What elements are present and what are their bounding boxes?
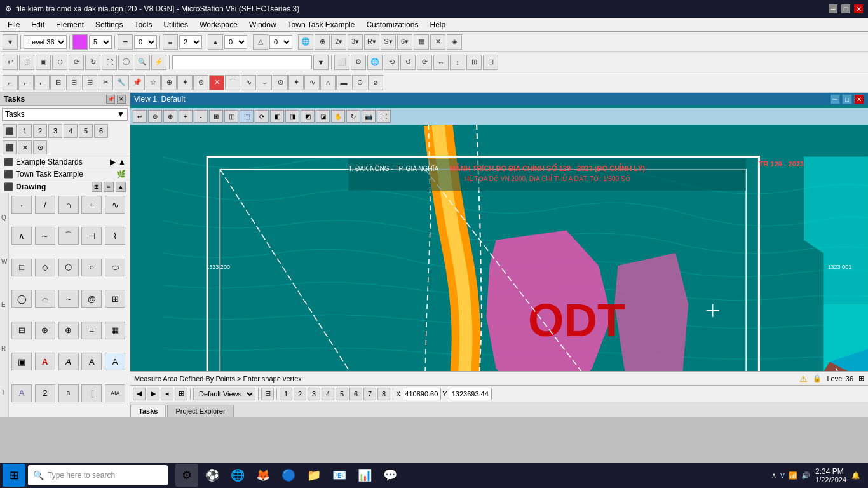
nav-fwd-btn[interactable]: ▶ — [147, 388, 159, 400]
draw-tool-symbol[interactable]: ⊞ — [105, 290, 125, 308]
tray-volume-icon[interactable]: 🔊 — [801, 471, 810, 480]
map-tool-7[interactable]: ⟳ — [255, 110, 269, 123]
map-tool-zoom-out[interactable]: - — [194, 110, 208, 123]
map-tool-fence[interactable]: ⛶ — [377, 110, 391, 123]
map-tool-6[interactable]: ⬚ — [240, 110, 254, 123]
draw-tool-text-node[interactable]: A — [81, 353, 102, 370]
map-tool-zoom-in[interactable]: + — [179, 110, 193, 123]
tray-network-icon[interactable]: 📶 — [789, 471, 797, 480]
color-select[interactable]: 5 — [89, 35, 112, 49]
menu-file[interactable]: File — [3, 19, 25, 30]
tool-r3-7[interactable]: ✂ — [98, 75, 113, 90]
tool-r2-d[interactable]: ⟲ — [384, 55, 399, 70]
priority-select[interactable]: 0 — [269, 35, 292, 49]
tool-snap[interactable]: ⊕ — [315, 34, 330, 50]
tab-tasks[interactable]: Tasks — [130, 405, 166, 417]
draw-tool-text-a[interactable]: A — [35, 353, 55, 370]
draw-tool-spiral[interactable]: @ — [81, 290, 102, 308]
maximize-button[interactable]: □ — [841, 4, 850, 13]
map-tool-3[interactable]: ⊕ — [163, 110, 177, 123]
map-tool-pan[interactable]: ✋ — [331, 110, 345, 123]
task-icon-6[interactable]: 5 — [79, 124, 93, 138]
tab-project-explorer[interactable]: Project Explorer — [167, 405, 233, 417]
view-2-btn[interactable]: 2 — [294, 388, 306, 400]
tool-r2-5[interactable]: ⟳ — [69, 55, 84, 70]
globe-btn[interactable]: 🌐 — [298, 34, 313, 50]
menu-settings[interactable]: Settings — [90, 19, 128, 30]
viewport-max-btn[interactable]: □ — [842, 94, 852, 104]
map-tool-rotate[interactable]: ↻ — [346, 110, 360, 123]
draw-tool-text-shadow[interactable]: A — [11, 384, 32, 402]
tool-r2-f[interactable]: ⟳ — [417, 55, 432, 70]
tool-3d[interactable]: 3▾ — [348, 34, 363, 50]
menu-element[interactable]: Element — [51, 19, 89, 30]
tool-r2-1[interactable]: ↩ — [3, 55, 18, 70]
draw-tool-aia[interactable]: AIA — [105, 384, 125, 402]
search-input[interactable] — [172, 55, 312, 69]
view-5-btn[interactable]: 5 — [336, 388, 348, 400]
tool-r3-2[interactable]: ⌐ — [18, 75, 34, 90]
map-tool-fit[interactable]: ⊞ — [209, 110, 223, 123]
map-tool-9[interactable]: ◨ — [285, 110, 299, 123]
line-weight-icon[interactable]: ≡ — [163, 34, 178, 50]
tool-r3-4[interactable]: ⊞ — [50, 75, 65, 90]
view-6-btn[interactable]: 6 — [349, 388, 362, 400]
draw-tool-pattern[interactable]: ⊕ — [58, 322, 79, 339]
tool-r2-7[interactable]: ⛶ — [102, 55, 117, 70]
tool-extra1[interactable]: ▦ — [414, 34, 429, 50]
menu-workspace[interactable]: Workspace — [194, 19, 243, 30]
tool-r3-5[interactable]: ⊟ — [66, 75, 81, 90]
taskbar-app-chrome[interactable]: 🔵 — [277, 464, 300, 487]
taskbar-app-ms[interactable]: ⚙ — [175, 464, 198, 487]
tool-r3-12[interactable]: ✦ — [177, 75, 193, 90]
tasks-close-btn[interactable]: ✕ — [117, 95, 126, 104]
taskbar-app-chat[interactable]: 💬 — [379, 464, 402, 487]
tool-6[interactable]: 6▾ — [397, 34, 412, 50]
map-tool-1[interactable]: ↩ — [133, 110, 147, 123]
menu-tools[interactable]: Tools — [129, 19, 157, 30]
draw-tool-bitmap[interactable]: ⊛ — [35, 322, 55, 339]
style-select[interactable]: 0 — [134, 35, 157, 49]
view-7-btn[interactable]: 7 — [363, 388, 376, 400]
tool-r3-23[interactable]: ⊙ — [352, 75, 367, 90]
fill-select[interactable]: 0 — [224, 35, 247, 49]
map-area[interactable]: ↩ ⊙ ⊕ + - ⊞ ◫ ⬚ ⟳ ◧ ◨ ◩ ◪ ✋ ↻ 📷 ⛶ — [130, 108, 868, 371]
tool-r2-e[interactable]: ↺ — [400, 55, 416, 70]
taskbar-app-excel[interactable]: 📊 — [353, 464, 376, 487]
menu-edit[interactable]: Edit — [26, 19, 50, 30]
menu-customizations[interactable]: Customizations — [361, 19, 423, 30]
viewport-close-btn[interactable]: ✕ — [854, 94, 864, 104]
tool-r2-3[interactable]: ▣ — [36, 55, 51, 70]
map-tool-11[interactable]: ◪ — [316, 110, 330, 123]
menu-help[interactable]: Help — [424, 19, 451, 30]
view-4-btn[interactable]: 4 — [322, 388, 334, 400]
task-icon-10[interactable]: ⊙ — [33, 140, 47, 154]
tool-r3-10[interactable]: ☆ — [146, 75, 161, 90]
tray-lang-icon[interactable]: V — [780, 471, 785, 479]
draw-tool-oval[interactable]: ◯ — [11, 290, 32, 308]
tool-r2-c[interactable]: 🌐 — [367, 55, 383, 70]
menu-utilities[interactable]: Utilities — [158, 19, 193, 30]
list-view-icon[interactable]: ≡ — [104, 182, 114, 192]
taskbar-search-box[interactable]: 🔍 Type here to search — [28, 465, 168, 485]
draw-tool-a-small[interactable]: a — [58, 384, 79, 402]
tool-r3-17[interactable]: ⌣ — [257, 75, 272, 90]
tool-r3-13[interactable]: ⊛ — [193, 75, 208, 90]
tool-r3-19[interactable]: ✦ — [288, 75, 304, 90]
draw-tool-point[interactable]: · — [11, 196, 32, 214]
view-1-btn[interactable]: 1 — [280, 388, 292, 400]
tool-s[interactable]: S▾ — [381, 34, 396, 50]
tool-r3-14[interactable]: ✕ — [209, 75, 224, 90]
task-icon-5[interactable]: 4 — [64, 124, 78, 138]
task-icon-9[interactable]: ✕ — [18, 140, 32, 154]
tool-r3-22[interactable]: ▬ — [336, 75, 351, 90]
grid-view-icon[interactable]: ⊞ — [92, 182, 102, 192]
tool-r2-4[interactable]: ⊙ — [52, 55, 67, 70]
draw-tool-cross[interactable]: + — [81, 196, 102, 214]
town-task-section[interactable]: ⬛ Town Task Example 🌿 — [0, 168, 130, 180]
draw-tool-w1[interactable]: ∧ — [11, 227, 32, 245]
weight-select[interactable]: 2 — [179, 35, 202, 49]
map-tool-5[interactable]: ◫ — [224, 110, 238, 123]
nav-back-btn[interactable]: ◀ — [133, 388, 146, 400]
level-select[interactable]: Level 36 — [24, 35, 67, 49]
